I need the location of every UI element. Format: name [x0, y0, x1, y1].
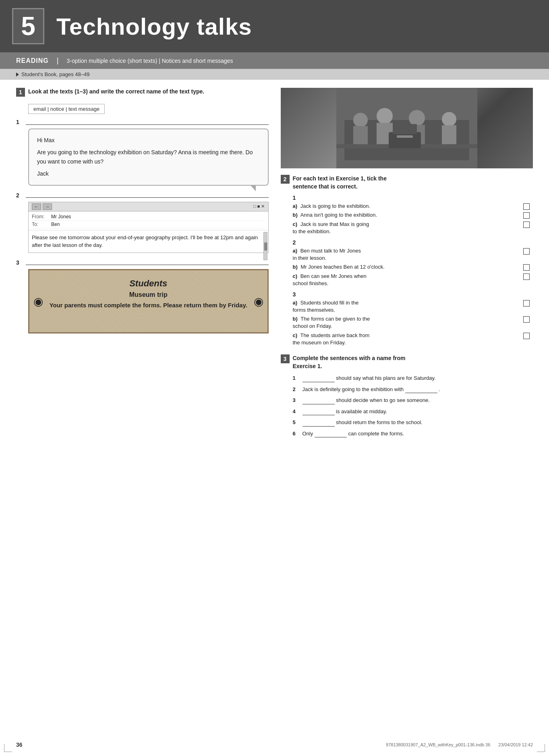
right-column: 2 For each text in Exercise 1, tick the …: [281, 88, 533, 446]
ex3-num-5: 5: [293, 418, 299, 427]
exercise-1-instructions: Look at the texts (1–3) and write the co…: [28, 88, 204, 96]
ex3-num-3: 3: [293, 396, 299, 404]
exercise-3-badge: 3: [281, 354, 290, 363]
tick-group-1: 1 a) Jack is going to the exhibition. b)…: [293, 195, 533, 235]
photo-technology: [281, 88, 533, 168]
ex3-blank-6[interactable]: [315, 432, 347, 437]
ex3-blank-3[interactable]: [302, 399, 335, 404]
photo-svg: [336, 88, 477, 168]
exercise-3-header: 3 Complete the sentences with a name fro…: [281, 354, 533, 370]
to-label: To:: [32, 222, 48, 227]
tick-text-3c: c) The students arrive back fromthe muse…: [293, 332, 524, 346]
chapter-title: Technology talks: [56, 13, 252, 40]
tick-option-2b: b) Mr Jones teaches Ben at 12 o'clock.: [293, 263, 533, 271]
reading-label: READING: [16, 57, 49, 64]
answer-line-2: 2: [16, 192, 269, 199]
ex3-num-1: 1: [293, 374, 299, 382]
svg-point-2: [353, 113, 368, 127]
notice-heading: Students: [37, 278, 259, 289]
tick-box-2c[interactable]: [523, 273, 530, 280]
isbn-bar: 9781380031907_A2_WB_withKey_p001-136.ind…: [386, 742, 533, 747]
exercise-2-header: 2 For each text in Exercise 1, tick the …: [281, 175, 533, 191]
ex3-blank-1[interactable]: [302, 377, 335, 382]
tick-box-2a[interactable]: [523, 248, 530, 255]
email-scrollbar[interactable]: [263, 232, 267, 260]
line-number-3: 3: [16, 259, 23, 266]
ex3-blank-2[interactable]: [405, 387, 437, 393]
tick-text-3b: b) The forms can be given to theschool o…: [293, 315, 524, 330]
blank-line-3[interactable]: [26, 265, 269, 265]
reading-pipe: |: [57, 56, 59, 65]
word-options-box: email | notice | text message: [28, 104, 105, 114]
bubble-signature: Jack: [37, 169, 260, 178]
ex3-item-4: 4 is available at midday.: [293, 408, 533, 416]
ex3-item-3: 3 should decide when to go see someone.: [293, 396, 533, 404]
chapter-number-box: 5: [12, 8, 44, 44]
ex3-item-1: 1 should say what his plans are for Satu…: [293, 374, 533, 382]
from-value: Mr Jones: [51, 214, 265, 220]
pin-left-icon: ◉: [33, 294, 43, 308]
svg-rect-3: [353, 126, 368, 146]
tick-box-1b[interactable]: [523, 212, 530, 219]
exercise-2-badge: 2: [281, 175, 290, 184]
blank-line-2[interactable]: [26, 197, 269, 198]
email-toolbar: ← → □ ■ ✕: [29, 202, 268, 211]
to-value: Ben: [51, 222, 265, 227]
back-button[interactable]: ←: [32, 203, 41, 210]
left-column: 1 Look at the texts (1–3) and write the …: [16, 88, 269, 446]
exercise-1-badge: 1: [16, 88, 25, 97]
crop-mark-br: [537, 744, 545, 752]
tick-text-1a: a) Jack is going to the exhibition.: [293, 203, 524, 210]
svg-rect-9: [442, 125, 456, 147]
footer-date: 23/04/2019 12:42: [498, 742, 533, 747]
ex3-item-2: 2 Jack is definitely going to the exhibi…: [293, 385, 533, 394]
email-fields: From: Mr Jones To: Ben: [29, 211, 268, 230]
tick-box-1c[interactable]: [523, 222, 530, 228]
answer-line-3: 3: [16, 259, 269, 266]
tick-option-2a: a) Ben must talk to Mr Jonesin their les…: [293, 247, 533, 262]
tick-box-3c[interactable]: [523, 333, 530, 339]
tick-group-1-number: 1: [293, 195, 533, 201]
svg-rect-11: [389, 132, 421, 148]
main-content: 1 Look at the texts (1–3) and write the …: [0, 80, 549, 454]
tick-box-2b[interactable]: [523, 264, 530, 271]
blank-line-1[interactable]: [26, 124, 269, 125]
ex3-blank-4[interactable]: [302, 410, 335, 415]
tick-text-2b: b) Mr Jones teaches Ben at 12 o'clock.: [293, 263, 524, 271]
exercise-2-instructions: For each text in Exercise 1, tick the se…: [293, 175, 387, 191]
tick-text-2c: c) Ben can see Mr Jones whenschool finis…: [293, 273, 524, 287]
tick-box-1a[interactable]: [523, 203, 530, 210]
forward-button[interactable]: →: [43, 203, 52, 210]
exercise-3-block: 3 Complete the sentences with a name fro…: [281, 354, 533, 437]
tick-option-3b: b) The forms can be given to theschool o…: [293, 315, 533, 330]
crop-mark-bl: [4, 744, 12, 752]
svg-rect-12: [393, 124, 417, 134]
student-ref-bar: Student's Book, pages 48–49: [0, 69, 549, 80]
ex3-blank-5[interactable]: [302, 421, 335, 427]
exercise-3-instructions: Complete the sentences with a name from …: [293, 354, 406, 370]
email-to-row: To: Ben: [32, 221, 265, 228]
scrollbar-thumb: [264, 242, 267, 251]
exercise-1-header: 1 Look at the texts (1–3) and write the …: [16, 88, 269, 97]
tick-option-1a: a) Jack is going to the exhibition.: [293, 203, 533, 210]
notice-body: Your parents must complete the forms. Pl…: [37, 301, 259, 310]
page-footer: 36 9781380031907_A2_WB_withKey_p001-136.…: [16, 742, 533, 748]
tick-option-1b: b) Anna isn't going to the exhibition.: [293, 211, 533, 219]
tick-group-2: 2 a) Ben must talk to Mr Jonesin their l…: [293, 239, 533, 287]
tick-group-3-number: 3: [293, 291, 533, 298]
chapter-number: 5: [21, 13, 35, 39]
tick-box-3b[interactable]: [523, 316, 530, 323]
tick-text-1c: c) Jack is sure that Max is goingto the …: [293, 221, 524, 235]
email-box: ← → □ ■ ✕ From: Mr Jones To: Ben: [28, 202, 269, 253]
student-ref-text: Student's Book, pages 48–49: [21, 71, 89, 77]
svg-point-4: [377, 108, 393, 124]
pin-right-icon: ◉: [254, 294, 263, 308]
tick-text-1b: b) Anna isn't going to the exhibition.: [293, 211, 524, 219]
arrow-icon: [16, 72, 19, 77]
tick-box-3a[interactable]: [523, 300, 530, 307]
tick-option-1c: c) Jack is sure that Max is goingto the …: [293, 221, 533, 235]
reading-subtitle: 3-option multiple choice (short texts) |…: [66, 58, 233, 64]
window-controls: □ ■ ✕: [253, 204, 265, 209]
ex3-item-5: 5 should return the forms to the school.: [293, 418, 533, 427]
tick-option-2c: c) Ben can see Mr Jones whenschool finis…: [293, 273, 533, 287]
